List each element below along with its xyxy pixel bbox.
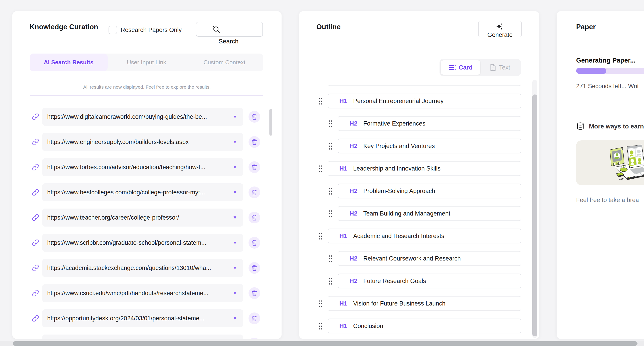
outline-item-text: Leadership and Innovation Skills: [353, 165, 441, 172]
delete-url-button[interactable]: [248, 338, 260, 339]
link-icon: [32, 189, 39, 196]
drag-handle-icon[interactable]: [318, 165, 322, 173]
drag-handle-icon[interactable]: [318, 232, 322, 240]
delete-url-button[interactable]: [248, 237, 260, 249]
heading-level-badge: H1: [339, 97, 348, 105]
view-toggle-card[interactable]: Card: [441, 60, 480, 75]
expand-caret-icon[interactable]: ▼: [232, 284, 237, 302]
results-scrollbar-thumb[interactable]: [270, 109, 272, 136]
drag-handle-icon[interactable]: [328, 255, 332, 263]
expand-caret-icon[interactable]: ▼: [232, 309, 237, 327]
coins-stack-icon: [576, 122, 585, 131]
expand-caret-icon[interactable]: ▼: [232, 209, 237, 227]
outline-item-text: Future Research Goals: [363, 278, 426, 285]
outline-item: H1 Vision for Future Business Launch: [299, 296, 530, 311]
url-text: https://opportunitydesk.org/2024/03/01/p…: [47, 309, 204, 327]
expand-caret-icon[interactable]: ▼: [232, 183, 237, 201]
delete-url-button[interactable]: [248, 111, 260, 123]
url-field[interactable]: https://www.digitalcameraworld.com/buyin…: [42, 108, 243, 126]
url-field[interactable]: https://www.bestcolleges.com/blog/colleg…: [42, 183, 243, 201]
outline-item: H1 Leadership and Innovation Skills: [299, 161, 530, 176]
url-field[interactable]: https://www.engineersupply.com/builders-…: [42, 133, 243, 151]
url-field[interactable]: https://www.scribbr.com/graduate-school/…: [42, 234, 243, 252]
url-field[interactable]: https://www.teacher.org/career/college-p…: [42, 209, 243, 227]
research-papers-only-checkbox[interactable]: [108, 26, 117, 34]
outline-card[interactable]: H1 Personal Entrepreneurial Journey: [328, 94, 521, 108]
heading-level-badge: H1: [339, 232, 348, 240]
search-button[interactable]: [196, 22, 263, 37]
url-text: https://www.engineersupply.com/builders-…: [47, 133, 189, 151]
outline-card[interactable]: H1 Leadership and Innovation Skills: [328, 161, 521, 176]
view-toggle-text[interactable]: Text: [480, 60, 520, 75]
url-field[interactable]: https://opportunitydesk.org/2024/03/01/p…: [42, 309, 243, 327]
outline-item-text: Personal Entrepreneurial Journey: [353, 98, 444, 105]
link-icon: [32, 315, 39, 322]
search-button-label: Search: [195, 38, 262, 45]
drag-handle-icon[interactable]: [328, 210, 332, 218]
outline-card[interactable]: H2 Problem-Solving Approach: [338, 184, 521, 199]
tab-custom-context[interactable]: Custom Context: [186, 54, 263, 71]
drag-handle-icon[interactable]: [318, 300, 322, 308]
outline-item-text: Team Building and Management: [363, 210, 450, 217]
url-result-row-partial: [12, 334, 282, 339]
link-icon: [32, 214, 39, 221]
outline-card[interactable]: H1 Conclusion: [328, 318, 521, 333]
delete-url-button[interactable]: [248, 187, 260, 198]
delete-url-button[interactable]: [248, 287, 260, 299]
tab-user-input-link[interactable]: User Input Link: [108, 54, 186, 71]
outline-item-text: Key Projects and Ventures: [363, 143, 435, 150]
outline-card[interactable]: [328, 78, 521, 86]
url-field[interactable]: [42, 334, 243, 339]
outline-card[interactable]: H1 Vision for Future Business Launch: [328, 296, 521, 311]
url-result-row: https://opportunitydesk.org/2024/03/01/p…: [12, 309, 282, 327]
outline-card[interactable]: H2 Team Building and Management: [338, 206, 521, 221]
delete-url-button[interactable]: [248, 161, 260, 173]
link-icon: [32, 138, 39, 145]
drag-handle-icon[interactable]: [328, 277, 332, 285]
outline-item: H2 Future Research Goals: [299, 274, 530, 288]
url-field[interactable]: https://www.csuci.edu/wmc/pdf/handouts/r…: [42, 284, 243, 302]
drag-handle-icon[interactable]: [328, 142, 332, 150]
expand-caret-icon[interactable]: ▼: [232, 133, 237, 151]
expand-caret-icon[interactable]: ▼: [232, 259, 237, 277]
generate-button[interactable]: Generate: [478, 21, 522, 37]
paper-panel: Paper Generating Paper... 271 Seconds le…: [556, 11, 644, 339]
drag-handle-icon[interactable]: [328, 187, 332, 195]
url-result-row: https://www.scribbr.com/graduate-school/…: [12, 234, 282, 252]
expand-caret-icon[interactable]: ▼: [232, 158, 237, 176]
url-result-row: https://www.forbes.com/advisor/education…: [12, 158, 282, 176]
more-ways-to-earn-label[interactable]: More ways to earn: [589, 123, 644, 130]
outline-card[interactable]: H2 Key Projects and Ventures: [338, 139, 521, 153]
tab-ai-search-results[interactable]: AI Search Results: [30, 54, 108, 71]
outline-item: H1 Conclusion: [299, 318, 530, 333]
drag-handle-icon[interactable]: [318, 97, 322, 105]
text-view-icon: [490, 64, 496, 71]
expand-caret-icon[interactable]: ▼: [232, 108, 237, 126]
outline-divider: [316, 47, 522, 47]
expand-caret-icon[interactable]: ▼: [232, 234, 237, 252]
sparkles-icon: [496, 23, 504, 32]
knowledge-curation-title: Knowledge Curation: [30, 23, 98, 31]
link-icon: [32, 264, 39, 272]
outline-scroll-area: H1 Personal Entrepreneurial Journey H2 F…: [299, 78, 530, 339]
heading-level-badge: H1: [339, 165, 348, 172]
outline-card[interactable]: H1 Academic and Research Interests: [328, 229, 521, 243]
outline-card[interactable]: H2 Future Research Goals: [338, 274, 521, 288]
outline-item: H2 Key Projects and Ventures: [299, 139, 530, 153]
delete-url-button[interactable]: [248, 136, 260, 148]
outline-scrollbar-thumb[interactable]: [532, 94, 537, 336]
url-field[interactable]: https://www.forbes.com/advisor/education…: [42, 158, 243, 176]
drag-handle-icon[interactable]: [328, 120, 332, 128]
url-result-row: https://www.engineersupply.com/builders-…: [12, 133, 282, 151]
delete-url-button[interactable]: [248, 312, 260, 324]
heading-level-badge: H1: [339, 322, 348, 329]
url-result-row: https://academia.stackexchange.com/quest…: [12, 259, 282, 277]
drag-handle-icon[interactable]: [318, 322, 322, 330]
delete-url-button[interactable]: [248, 262, 260, 274]
url-field[interactable]: https://academia.stackexchange.com/quest…: [42, 259, 243, 277]
horizontal-scrollbar-thumb[interactable]: [13, 341, 638, 346]
heading-level-badge: H2: [350, 142, 358, 150]
outline-card[interactable]: H2 Formative Experiences: [338, 116, 521, 131]
outline-card[interactable]: H2 Relevant Coursework and Research: [338, 251, 521, 266]
delete-url-button[interactable]: [248, 212, 260, 223]
